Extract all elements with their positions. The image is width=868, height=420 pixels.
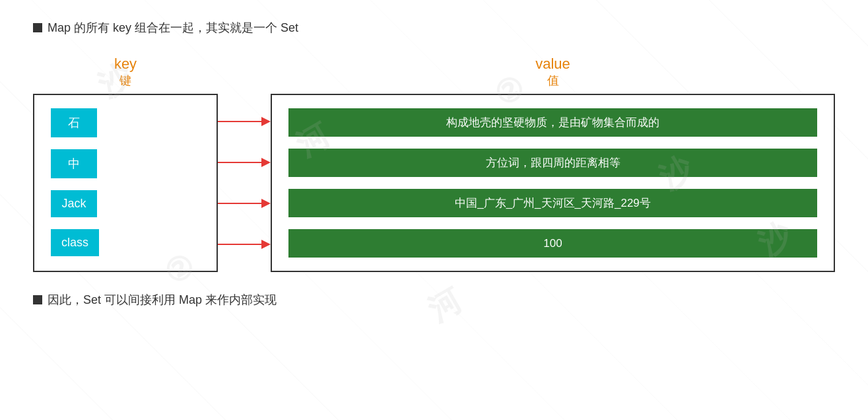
value-label-en: value [271, 55, 835, 73]
arrow-head-0 [261, 117, 271, 126]
footer-text: 因此，Set 可以间接利用 Map 来作内部实现 [33, 292, 835, 308]
value-item-3: 100 [288, 229, 817, 258]
arrow-line-1 [218, 162, 261, 163]
arrow-1 [218, 148, 271, 177]
key-item-0: 石 [51, 108, 97, 137]
footer-label: 因此，Set 可以间接利用 Map 来作内部实现 [48, 292, 277, 308]
header-label: Map 的所有 key 组合在一起，其实就是一个 Set [48, 20, 298, 36]
key-item-1: 中 [51, 149, 97, 178]
arrows-column [218, 94, 271, 272]
column-headers: key 键 value 值 [33, 55, 835, 88]
arrow-head-1 [261, 158, 271, 167]
bullet-icon [33, 23, 42, 32]
arrow-line-2 [218, 203, 261, 204]
diagram-main: 石 中 Jack class [33, 94, 835, 272]
key-item-3: class [51, 229, 99, 256]
arrow-2 [218, 189, 271, 218]
values-box: 构成地壳的坚硬物质，是由矿物集合而成的 方位词，跟四周的距离相等 中国_广东_广… [271, 94, 835, 272]
arrow-spacer [218, 55, 271, 88]
value-item-1: 方位词，跟四周的距离相等 [288, 149, 817, 177]
keys-box: 石 中 Jack class [33, 94, 218, 272]
key-item-2: Jack [51, 190, 97, 217]
arrow-0 [218, 107, 271, 136]
key-label-zh: 键 [33, 73, 218, 88]
value-column-header: value 值 [271, 55, 835, 88]
value-item-0: 构成地壳的坚硬物质，是由矿物集合而成的 [288, 108, 817, 137]
value-label-zh: 值 [271, 73, 835, 88]
page-content: 沙 河 ② 沙 ② 河 沙 Map 的所有 key 组合在一起，其实就是一个 S… [33, 20, 835, 308]
header-text: Map 的所有 key 组合在一起，其实就是一个 Set [33, 20, 835, 36]
diagram-wrapper: key 键 value 值 石 中 Jack class [33, 55, 835, 272]
arrow-3 [218, 230, 271, 259]
key-label-en: key [33, 55, 218, 73]
key-column-header: key 键 [33, 55, 218, 88]
arrow-head-2 [261, 199, 271, 208]
arrow-line-3 [218, 244, 261, 245]
arrow-head-3 [261, 240, 271, 249]
arrow-line-0 [218, 121, 261, 122]
footer-bullet-icon [33, 295, 42, 304]
value-item-2: 中国_广东_广州_天河区_天河路_229号 [288, 189, 817, 217]
